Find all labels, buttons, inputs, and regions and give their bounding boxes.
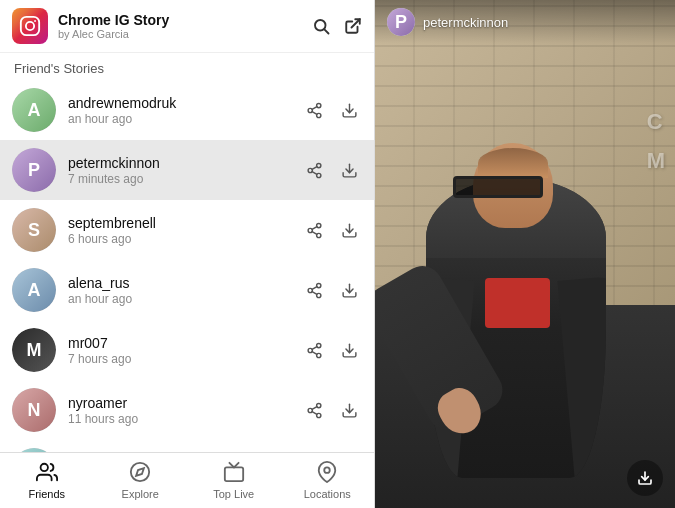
avatar: M (12, 328, 56, 372)
svg-line-10 (312, 106, 317, 109)
avatar-inner: P (12, 148, 56, 192)
explore-icon (129, 461, 151, 486)
story-time: 6 hours ago (68, 232, 302, 246)
wall-text-overlay: CM (647, 102, 675, 181)
svg-line-27 (312, 291, 317, 294)
app-title: Chrome IG Story (58, 12, 312, 29)
story-info: andrewnemodruk an hour ago (68, 95, 302, 126)
avatar-inner: N (12, 388, 56, 432)
story-username: petermckinnon (68, 155, 302, 171)
video-avatar-inner: P (387, 8, 415, 36)
app-title-area: Chrome IG Story by Alec Garcia (58, 12, 312, 41)
app-subtitle: by Alec Garcia (58, 28, 312, 40)
story-item[interactable]: A alena_rus an hour ago (0, 260, 374, 320)
download-button[interactable] (337, 218, 362, 243)
nav-item-locations[interactable]: Locations (281, 453, 375, 508)
story-actions (302, 218, 362, 243)
svg-rect-0 (21, 17, 39, 35)
top-live-label: Top Live (213, 488, 254, 500)
story-item[interactable]: N nyroamer 11 hours ago (0, 380, 374, 440)
avatar-inner: A (12, 88, 56, 132)
avatar-inner: S (12, 208, 56, 252)
external-link-button[interactable] (344, 17, 362, 35)
story-actions (302, 338, 362, 363)
svg-line-22 (312, 226, 317, 229)
avatar-inner: M (12, 328, 56, 372)
share-button[interactable] (302, 278, 327, 303)
story-actions (302, 158, 362, 183)
story-item[interactable]: A andrewnemodruk an hour ago (0, 80, 374, 140)
story-time: 7 minutes ago (68, 172, 302, 186)
nav-item-top-live[interactable]: Top Live (187, 453, 281, 508)
share-button[interactable] (302, 218, 327, 243)
locations-label: Locations (304, 488, 351, 500)
video-download-button[interactable] (627, 460, 663, 496)
story-username: andrewnemodruk (68, 95, 302, 111)
left-panel: Chrome IG Story by Alec Garcia Friend's … (0, 0, 375, 508)
story-username: nyroamer (68, 395, 302, 411)
avatar: N (12, 388, 56, 432)
video-background: CM (375, 0, 675, 508)
story-item[interactable]: C calsnape 12 hours ago (0, 440, 374, 452)
svg-point-58 (325, 467, 331, 473)
story-info: mr007 7 hours ago (68, 335, 302, 366)
story-actions (302, 398, 362, 423)
video-username: petermckinnon (423, 15, 508, 30)
story-username: septembrenell (68, 215, 302, 231)
shirt-detail (485, 278, 550, 328)
download-button[interactable] (337, 338, 362, 363)
story-actions (302, 278, 362, 303)
nav-item-friends[interactable]: Friends (0, 453, 94, 508)
svg-line-39 (312, 411, 317, 414)
svg-line-15 (312, 171, 317, 174)
friends-label: Friends (28, 488, 65, 500)
story-actions (302, 98, 362, 123)
friends-icon (36, 461, 58, 486)
avatar: A (12, 268, 56, 312)
svg-line-9 (312, 111, 317, 114)
svg-line-28 (312, 286, 317, 289)
avatar: S (12, 208, 56, 252)
header-actions (312, 17, 362, 35)
svg-line-5 (352, 19, 360, 27)
video-header: P petermckinnon (375, 0, 675, 44)
bottom-nav: Friends Explore Top Live Locations (0, 452, 374, 508)
download-button[interactable] (337, 278, 362, 303)
download-button[interactable] (337, 158, 362, 183)
story-time: an hour ago (68, 292, 302, 306)
story-item[interactable]: S septembrenell 6 hours ago (0, 200, 374, 260)
app-header: Chrome IG Story by Alec Garcia (0, 0, 374, 53)
download-button[interactable] (337, 98, 362, 123)
svg-line-40 (312, 406, 317, 409)
share-button[interactable] (302, 158, 327, 183)
story-info: nyroamer 11 hours ago (68, 395, 302, 426)
svg-point-54 (40, 464, 47, 471)
share-button[interactable] (302, 98, 327, 123)
story-item[interactable]: M mr007 7 hours ago (0, 320, 374, 380)
svg-marker-56 (136, 468, 144, 476)
person-glasses (453, 176, 543, 198)
svg-point-2 (34, 20, 36, 22)
story-time: 7 hours ago (68, 352, 302, 366)
story-info: petermckinnon 7 minutes ago (68, 155, 302, 186)
app-logo (12, 8, 48, 44)
nav-item-explore[interactable]: Explore (94, 453, 188, 508)
locations-icon (316, 461, 338, 486)
story-info: alena_rus an hour ago (68, 275, 302, 306)
svg-line-16 (312, 166, 317, 169)
share-button[interactable] (302, 338, 327, 363)
story-time: 11 hours ago (68, 412, 302, 426)
video-panel: CM P petermckinnon (375, 0, 675, 508)
search-button[interactable] (312, 17, 330, 35)
svg-line-34 (312, 346, 317, 349)
story-time: an hour ago (68, 112, 302, 126)
share-button[interactable] (302, 398, 327, 423)
avatar: P (12, 148, 56, 192)
story-info: septembrenell 6 hours ago (68, 215, 302, 246)
top-live-icon (223, 461, 245, 486)
svg-point-1 (26, 22, 34, 30)
download-button[interactable] (337, 398, 362, 423)
story-item[interactable]: P petermckinnon 7 minutes ago (0, 140, 374, 200)
svg-rect-57 (225, 467, 243, 481)
friends-section-title: Friend's Stories (0, 53, 374, 80)
